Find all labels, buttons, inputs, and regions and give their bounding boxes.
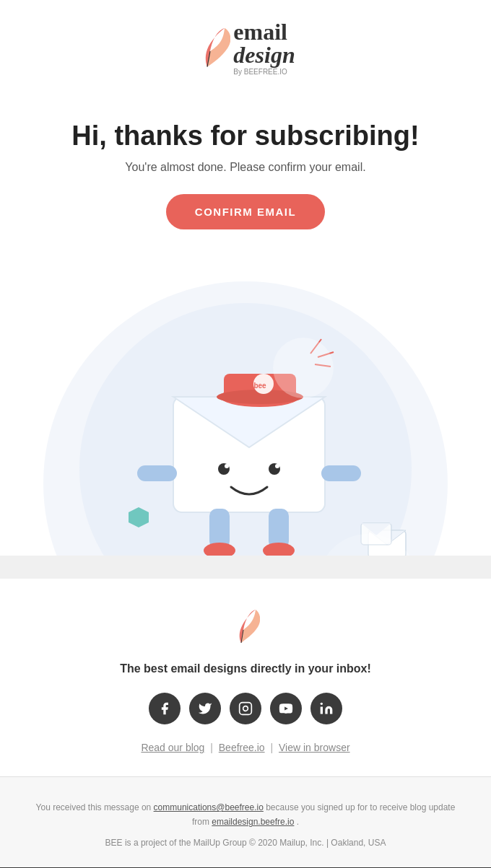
footer-email-link[interactable]: communications@beefree.io xyxy=(154,802,264,812)
footer-top-section: The best email designs directly in your … xyxy=(0,579,491,776)
logo-by-line: By BEEFREE.IO xyxy=(233,68,295,76)
illustration-area: bee xyxy=(0,253,491,556)
footer-tagline: The best email designs directly in your … xyxy=(29,662,462,675)
hero-illustration: bee xyxy=(0,253,491,556)
youtube-icon[interactable] xyxy=(270,693,302,724)
svg-point-47 xyxy=(273,338,334,398)
link-separator-2: | xyxy=(271,742,274,753)
twitter-icon[interactable] xyxy=(189,693,221,724)
svg-point-8 xyxy=(275,464,279,468)
hero-title: Hi, thanks for subscribing! xyxy=(29,120,462,153)
logo: email design By BEEFREE.IO xyxy=(196,20,295,76)
svg-rect-15 xyxy=(321,465,361,481)
footer-website-link[interactable]: emaildesign.beefre.io xyxy=(212,817,294,827)
view-in-browser-link[interactable]: View in browser xyxy=(279,742,350,753)
svg-text:bee: bee xyxy=(253,382,266,390)
footer-links-row: Read our blog | Beefree.io | View in bro… xyxy=(29,742,462,753)
linkedin-icon[interactable] xyxy=(310,693,342,724)
page-header: email design By BEEFREE.IO xyxy=(0,0,491,94)
hero-subtitle: You're almost done. Please confirm your … xyxy=(29,161,462,174)
hero-section: Hi, thanks for subscribing! You're almos… xyxy=(0,94,491,253)
beefree-link[interactable]: Beefree.io xyxy=(219,742,265,753)
facebook-icon[interactable] xyxy=(149,693,181,724)
instagram-icon[interactable] xyxy=(230,693,261,724)
footer-bottom-section: You received this message on communicati… xyxy=(0,777,491,867)
logo-design-word: design xyxy=(233,43,295,66)
logo-feather-icon xyxy=(196,23,230,74)
social-icons-row xyxy=(29,693,462,724)
svg-rect-50 xyxy=(240,703,252,715)
footer-message: You received this message on communicati… xyxy=(29,800,462,830)
svg-rect-14 xyxy=(137,465,177,481)
svg-rect-16 xyxy=(209,509,230,548)
footer-message-end: . xyxy=(294,817,299,827)
footer-message-prefix: You received this message on xyxy=(36,802,154,812)
svg-point-54 xyxy=(321,703,323,705)
footer-feather-icon xyxy=(231,608,260,648)
svg-rect-53 xyxy=(321,707,323,714)
footer-copyright: BEE is a project of the MailUp Group © 2… xyxy=(29,836,462,850)
confirm-email-button[interactable]: CONFIRM EMAIL xyxy=(166,194,325,229)
read-our-blog-link[interactable]: Read our blog xyxy=(141,742,204,753)
logo-email-word: email xyxy=(233,20,295,43)
link-separator-1: | xyxy=(210,742,213,753)
svg-point-7 xyxy=(225,464,229,468)
svg-rect-17 xyxy=(269,509,289,548)
logo-text: email design By BEEFREE.IO xyxy=(233,20,295,76)
